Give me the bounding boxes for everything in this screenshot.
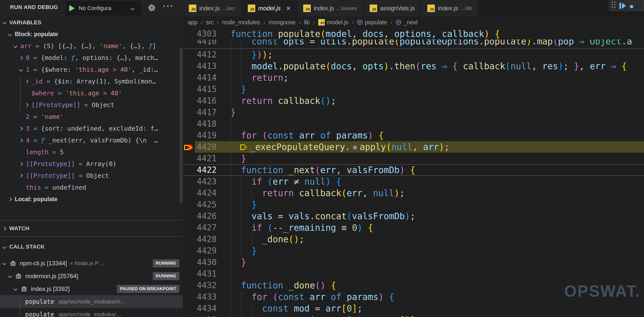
code-line-4413[interactable]: 4413model.populate(docs, opts).then(res … xyxy=(183,60,644,72)
more-actions-icon[interactable]: ··· xyxy=(163,2,174,11)
clipped-code-line: 4410const opts = utils.populate(populate… xyxy=(183,40,644,48)
step-over-icon[interactable] xyxy=(630,5,633,8)
code-line-4424[interactable]: 4424return callback(err, null); xyxy=(183,187,644,199)
chevron-down-icon[interactable] xyxy=(8,32,12,36)
chevron-right-icon[interactable] xyxy=(19,56,23,60)
gear-icon[interactable] xyxy=(147,4,156,13)
bug-icon xyxy=(20,285,28,293)
variable-row[interactable]: arr = (5) [{…}, {…}, 'name', {…}, ƒ] xyxy=(0,40,183,52)
variable-text: 3 = {sort: undefined, excludeId: f… xyxy=(26,125,158,132)
callstack-section-header[interactable]: CALL STACK xyxy=(0,237,183,257)
variable-row[interactable]: length = 5 xyxy=(0,146,183,158)
variable-row[interactable]: 3 = {sort: undefined, excludeId: f… xyxy=(0,123,183,134)
tab-assignVals.js[interactable]: JSassignVals.js xyxy=(364,0,421,17)
code-line-4419[interactable]: 4419for (const arr of params) { xyxy=(183,130,644,141)
code-line-4430[interactable]: 4430} xyxy=(183,257,644,268)
variable-row[interactable]: [[Prototype]] = Array(0) xyxy=(0,158,183,170)
sticky-scroll-line[interactable]: 4303function populate(model, docs, optio… xyxy=(183,28,644,40)
tab-index.js[interactable]: JSindex.js...\lib xyxy=(421,0,478,17)
code-line-4303[interactable]: 4303function populate(model, docs, optio… xyxy=(183,28,644,40)
code-line-4431[interactable]: 4431 xyxy=(183,268,644,280)
variable-row[interactable]: [[Prototype]] = Object xyxy=(0,99,183,111)
breadcrumb-separator: › xyxy=(263,19,265,26)
code-line-4427[interactable]: 4427if (--_remaining ≡ 0) { xyxy=(183,222,644,233)
close-icon[interactable]: × xyxy=(286,5,291,12)
start-debug-icon[interactable] xyxy=(69,5,75,12)
chevron-right-icon[interactable] xyxy=(3,226,7,230)
chevron-down-icon[interactable] xyxy=(131,6,135,10)
code-line-4417[interactable]: 4417} xyxy=(183,107,644,118)
scope-row[interactable]: Local: populate xyxy=(0,193,183,205)
breadcrumb-item[interactable]: src xyxy=(206,19,214,26)
breadcrumb-item[interactable]: node_modules xyxy=(222,19,260,26)
continue-icon[interactable] xyxy=(619,3,626,9)
code-editor[interactable]: 4303function populate(model, docs, optio… xyxy=(183,28,644,317)
code-line-4422[interactable]: 4422function _next(err, valsFromDb) { xyxy=(183,164,644,176)
chevron-down-icon[interactable] xyxy=(14,44,18,48)
code-text: } xyxy=(230,245,257,257)
code-line-4421[interactable]: 4421} xyxy=(183,153,644,164)
breadcrumb-item[interactable]: lib xyxy=(304,19,310,26)
variable-row[interactable]: this = undefined xyxy=(0,182,183,193)
code-text: const mod = arr[0]; xyxy=(230,303,362,314)
code-line-4428[interactable]: 4428_done(); xyxy=(183,233,644,245)
breadcrumb-item[interactable]: mongoose xyxy=(269,19,295,26)
code-line-4429[interactable]: 4429} xyxy=(183,245,644,257)
code-text: if (--_remaining ≡ 0) { xyxy=(230,222,373,233)
tab-index.js[interactable]: JSindex.js...\routes xyxy=(297,0,364,17)
code-line-4420[interactable]: 4420_execPopulateQuery.apply(null, arr); xyxy=(183,141,644,153)
toolbar-drag-handle[interactable] xyxy=(612,2,615,8)
tab-index.js[interactable]: JSindex.js...\src xyxy=(183,0,242,17)
chevron-right-icon[interactable] xyxy=(19,162,23,166)
variable-row[interactable]: 0 = {model: ƒ, options: {…}, match… xyxy=(0,52,183,64)
chevron-right-icon[interactable] xyxy=(25,80,29,84)
variables-section-header[interactable]: VARIABLES xyxy=(0,17,183,28)
chevron-down-icon[interactable] xyxy=(3,261,7,265)
code-line-4412[interactable]: 4412})); xyxy=(183,49,644,60)
chevron-down-icon[interactable] xyxy=(3,245,7,249)
chevron-right-icon[interactable] xyxy=(25,103,29,107)
chevron-right-icon[interactable] xyxy=(19,174,23,178)
code-line-4414[interactable]: 4414return; xyxy=(183,72,644,84)
debug-configuration-select[interactable]: No Configura xyxy=(66,1,141,16)
chevron-right-icon[interactable] xyxy=(8,197,12,201)
callstack-session[interactable]: npm-cli.js [13344]« Node.js P…RUNNING xyxy=(0,257,183,270)
code-line-4435[interactable]: 4435const assignmentOpts = arr[3]; xyxy=(183,314,644,317)
stack-frame[interactable]: populateapp/src/node_modules/… xyxy=(0,308,183,317)
scope-row[interactable]: Block: populate xyxy=(0,28,183,40)
breadcrumb-item[interactable]: _next xyxy=(395,19,418,26)
code-text: for (const arr of params) { xyxy=(230,130,384,141)
tab-model.js[interactable]: JSmodel.js× xyxy=(242,0,297,17)
breadcrumb-item[interactable]: populate xyxy=(357,19,387,26)
code-line-4415[interactable]: 4415} xyxy=(183,84,644,95)
variable-row[interactable]: 1 = {$where: 'this.age > 40', _id:… xyxy=(0,64,183,75)
watch-section-header[interactable]: WATCH xyxy=(0,221,183,236)
chevron-down-icon[interactable] xyxy=(3,21,7,25)
callstack-session[interactable]: index.js [3392]PAUSED ON BREAKPOINT xyxy=(0,282,183,295)
variable-row[interactable]: [[Prototype]] = Object xyxy=(0,170,183,182)
breadcrumb-item[interactable]: JSmodel.js xyxy=(318,19,348,26)
chevron-right-icon[interactable] xyxy=(19,138,23,142)
code-line-4416[interactable]: 4416return callback(); xyxy=(183,95,644,107)
code-line-4425[interactable]: 4425} xyxy=(183,199,644,210)
breadcrumb-item[interactable]: app xyxy=(188,19,197,26)
variable-row[interactable]: _id = {$in: Array(1), Symbol(mon… xyxy=(0,75,183,87)
chevron-down-icon[interactable] xyxy=(14,287,18,291)
code-line-4426[interactable]: 4426vals = vals.concat(valsFromDb); xyxy=(183,210,644,222)
callstack-session[interactable]: nodemon.js [25764]RUNNING xyxy=(0,270,183,282)
stack-frame[interactable]: populateapp/src/node_modules/m… xyxy=(0,295,183,308)
code-line-4434[interactable]: 4434const mod = arr[0]; xyxy=(183,303,644,314)
variable-row[interactable]: 4 = ƒ _next(err, valsFromDb) {\n … xyxy=(0,134,183,146)
chevron-down-icon[interactable] xyxy=(8,274,12,278)
code-line-4410[interactable]: 4410const opts = utils.populate(populate… xyxy=(183,40,644,47)
variable-row[interactable]: $where = 'this.age > 40' xyxy=(0,87,183,99)
breadcrumb-separator: › xyxy=(299,19,301,26)
sidebar-scrollbar[interactable] xyxy=(180,48,183,203)
code-text: function _next(err, valsFromDb) { xyxy=(230,164,415,176)
chevron-right-icon[interactable] xyxy=(19,127,23,131)
code-line-4423[interactable]: 4423if (err ≠ null) { xyxy=(183,176,644,187)
variable-row[interactable]: 2 = 'name' xyxy=(0,111,183,123)
chevron-down-icon[interactable] xyxy=(19,68,23,72)
code-line-4418[interactable]: 4418 xyxy=(183,118,644,130)
inline-breakpoint-dot[interactable] xyxy=(353,145,357,150)
